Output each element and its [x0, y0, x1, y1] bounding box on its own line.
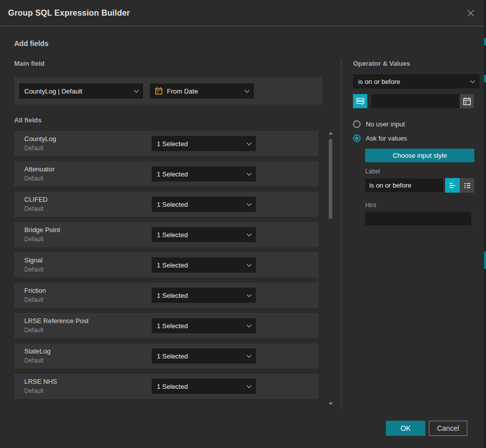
operator-values-heading: Operator & Values: [353, 60, 484, 67]
operator-values-panel: Operator & Values is on or before: [353, 60, 484, 409]
calendar-icon: [463, 97, 471, 106]
radio-ask-for-values[interactable]: Ask for values: [353, 135, 484, 142]
chevron-down-icon: [247, 383, 252, 388]
close-icon: [466, 9, 475, 18]
value-input-row: [353, 94, 484, 108]
radio-selected-icon: [353, 135, 361, 142]
dialog-title: Group SQL Expression Builder: [8, 9, 130, 18]
field-values-select[interactable]: 1 Selected: [152, 348, 256, 364]
field-values-select-value: 1 Selected: [157, 261, 247, 269]
dialog-footer: OK Cancel: [386, 421, 467, 436]
all-fields-list: CountyLog Default 1 Selected Attenuator …: [14, 131, 319, 399]
field-values-select[interactable]: 1 Selected: [152, 288, 256, 303]
field-row: StateLog Default 1 Selected: [14, 343, 319, 369]
all-fields-label: All fields: [14, 116, 322, 124]
ok-button[interactable]: OK: [386, 421, 425, 436]
background-page-sliver: [484, 0, 486, 448]
field-values-select[interactable]: 1 Selected: [152, 318, 256, 333]
layer-select[interactable]: CountyLog | Default: [19, 83, 143, 99]
hint-caption: Hint: [365, 202, 484, 209]
chevron-down-icon: [247, 170, 252, 175]
scroll-down-icon[interactable]: [329, 402, 333, 405]
add-fields-heading: Add fields: [14, 39, 484, 48]
field-values-select-value: 1 Selected: [157, 231, 247, 239]
field-values-select[interactable]: 1 Selected: [152, 227, 256, 242]
group-sql-expression-builder-dialog: Group SQL Expression Builder Add fields …: [0, 0, 484, 448]
field-row: Signal Default 1 Selected: [14, 252, 319, 278]
chevron-down-icon: [247, 352, 252, 357]
field-values-select[interactable]: 1 Selected: [152, 257, 256, 273]
choose-input-style-button[interactable]: Choose input style: [365, 149, 474, 162]
background-accent-fragment: [484, 75, 486, 82]
chevron-down-icon: [247, 322, 252, 327]
field-values-select-value: 1 Selected: [157, 352, 247, 360]
chevron-down-icon: [470, 78, 475, 83]
background-accent-fragment: [484, 38, 486, 46]
cancel-button[interactable]: Cancel: [429, 421, 467, 436]
label-style-toggle: [445, 178, 474, 193]
field-row: LRSE NHS Default 1 Selected: [14, 374, 319, 399]
main-field-bar: CountyLog | Default From Date: [14, 77, 322, 105]
dialog-content: Main field CountyLog | Default Fro: [0, 60, 484, 409]
field-values-select-value: 1 Selected: [157, 201, 247, 208]
close-button[interactable]: [465, 7, 477, 19]
label-input[interactable]: [365, 178, 443, 192]
chevron-down-icon: [245, 87, 250, 93]
field-row: LRSE Reference Post Default 1 Selected: [14, 313, 319, 338]
field-values-select-value: 1 Selected: [157, 292, 247, 299]
list-style-button[interactable]: [460, 178, 474, 193]
field-row: CLIFED Default 1 Selected: [14, 192, 319, 217]
scrollbar-thumb[interactable]: [329, 139, 332, 219]
fields-column: Main field CountyLog | Default Fro: [14, 60, 322, 409]
fields-list-scrollbar[interactable]: [328, 132, 333, 405]
main-field-label: Main field: [14, 60, 322, 67]
date-field-select[interactable]: From Date: [150, 83, 254, 99]
background-accent-fragment: [484, 251, 486, 269]
field-row: CountyLog Default 1 Selected: [14, 131, 319, 156]
field-row: Friction Default 1 Selected: [14, 283, 319, 308]
radio-no-user-input-label: No user input: [366, 120, 405, 128]
operator-select[interactable]: is on or before: [353, 74, 479, 88]
label-input-row: [365, 178, 484, 193]
chevron-down-icon: [247, 201, 252, 206]
dialog-titlebar: Group SQL Expression Builder: [0, 0, 484, 26]
field-values-select-value: 1 Selected: [157, 383, 247, 390]
field-values-select[interactable]: 1 Selected: [152, 197, 256, 212]
radio-ask-for-values-label: Ask for values: [366, 135, 407, 142]
date-picker-button[interactable]: [460, 94, 474, 108]
field-values-select-value: 1 Selected: [157, 140, 247, 148]
chevron-down-icon: [247, 140, 252, 145]
field-values-select[interactable]: 1 Selected: [152, 136, 256, 151]
calendar-icon: [155, 87, 163, 95]
label-caption: Label: [365, 168, 484, 175]
chevron-down-icon: [247, 231, 252, 236]
multiple-values-button[interactable]: [353, 94, 367, 108]
field-values-select-value: 1 Selected: [157, 170, 247, 178]
vertical-divider: [341, 60, 341, 409]
single-line-style-button[interactable]: [445, 178, 460, 193]
field-row: Attenuator Default 1 Selected: [14, 161, 319, 187]
hint-input[interactable]: [365, 212, 471, 226]
radio-no-user-input[interactable]: No user input: [353, 120, 484, 128]
multiple-values-icon: [356, 97, 365, 106]
align-left-icon: [449, 182, 457, 190]
date-value-input[interactable]: [371, 94, 460, 108]
chevron-down-icon: [247, 292, 252, 297]
list-icon: [463, 182, 471, 190]
chevron-down-icon: [134, 87, 139, 93]
radio-circle-icon: [353, 120, 361, 128]
field-values-select-value: 1 Selected: [157, 322, 247, 330]
chevron-down-icon: [247, 261, 252, 266]
ask-values-options: Choose input style Label: [365, 149, 484, 226]
field-row: Bridge Point Default 1 Selected: [14, 222, 319, 247]
scroll-up-icon[interactable]: [329, 132, 333, 135]
field-values-select[interactable]: 1 Selected: [152, 379, 256, 394]
field-values-select[interactable]: 1 Selected: [152, 166, 256, 182]
layer-select-value: CountyLog | Default: [24, 87, 135, 95]
date-field-select-value: From Date: [167, 87, 241, 95]
operator-select-value: is on or before: [358, 78, 471, 85]
